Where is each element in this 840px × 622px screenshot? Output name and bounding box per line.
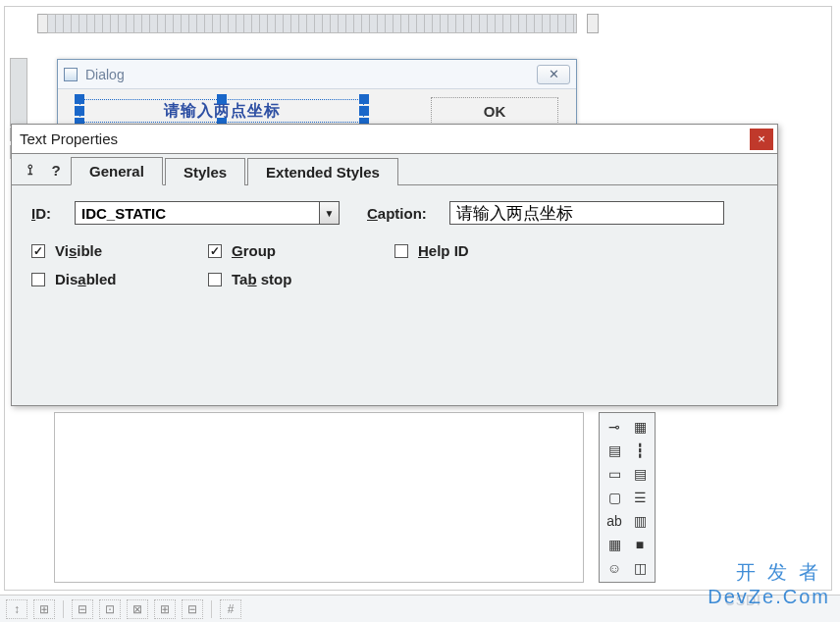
dialog-titlebar[interactable]: Dialog ✕ xyxy=(58,60,576,89)
properties-close-button[interactable]: × xyxy=(750,129,773,150)
bottom-tool-6[interactable]: ⊟ xyxy=(182,599,203,619)
bottom-toolbar: ↕⊞⊟⊡⊠⊞⊟# xyxy=(0,595,840,622)
toolbox-tool-1-0[interactable]: ▤ xyxy=(602,439,627,462)
group-checkbox-row[interactable]: Group xyxy=(208,242,394,259)
id-input[interactable] xyxy=(76,202,319,224)
selection-handle-tr[interactable] xyxy=(359,94,369,104)
toolbox-tool-1-1[interactable]: ┇ xyxy=(627,439,653,462)
tabstop-checkbox[interactable] xyxy=(208,273,222,286)
helpid-label: Help ID xyxy=(418,242,469,259)
toolbox-tool-5-1[interactable]: ■ xyxy=(627,533,653,556)
toolbox-tool-6-1[interactable]: ◫ xyxy=(627,556,653,580)
visible-checkbox-row[interactable]: Visible xyxy=(31,242,208,259)
bottom-tool-1[interactable]: ⊞ xyxy=(33,599,55,619)
disabled-checkbox[interactable] xyxy=(31,273,45,286)
toolbox-tool-4-1[interactable]: ▥ xyxy=(627,509,653,533)
editor-canvas: Dialog ✕ 请输入两点坐标 OK Text Properties × xyxy=(0,0,840,622)
toolbox-tool-5-0[interactable]: ▦ xyxy=(602,533,627,556)
toolbox-tool-2-1[interactable]: ▤ xyxy=(627,462,653,486)
toolbox-row: ▭▤ xyxy=(602,462,653,486)
ruler-horizontal[interactable] xyxy=(47,14,577,33)
properties-body: ID: ▼ Caption: Visible Group xyxy=(12,185,777,303)
properties-tabbar: ⟟ ? General Styles Extended Styles xyxy=(12,154,777,185)
disabled-label: Disabled xyxy=(55,271,117,287)
toolbox-row: ▤┇ xyxy=(602,439,653,462)
caption-input[interactable] xyxy=(449,201,724,225)
bottom-tool-5[interactable]: ⊞ xyxy=(154,599,176,619)
id-dropdown-button[interactable]: ▼ xyxy=(319,202,339,224)
control-toolbox[interactable]: ⊸▦▤┇▭▤▢☰ab▥▦■☺◫ xyxy=(599,412,656,583)
tabstop-label: Tab stop xyxy=(232,271,291,287)
checkbox-grid: Visible Group Help ID Disabled Tab stop xyxy=(31,242,758,287)
selection-handle-tl[interactable] xyxy=(75,94,84,104)
bottom-divider xyxy=(63,600,64,618)
selection-handle-l[interactable] xyxy=(75,106,84,116)
visible-label: Visible xyxy=(55,242,102,259)
ruler-vertical[interactable] xyxy=(10,58,27,127)
group-checkbox[interactable] xyxy=(208,244,222,258)
helpid-checkbox-row[interactable]: Help ID xyxy=(394,242,591,259)
work-area xyxy=(54,412,584,583)
toolbox-row: ⊸▦ xyxy=(602,415,653,439)
dialog-body[interactable]: 请输入两点坐标 OK xyxy=(58,89,576,117)
text-properties-window: Text Properties × ⟟ ? General Styles Ext… xyxy=(11,124,778,406)
dialog-title: Dialog xyxy=(85,67,537,82)
help-icon[interactable]: ? xyxy=(45,159,67,181)
group-label: Group xyxy=(232,242,276,259)
tab-styles[interactable]: Styles xyxy=(165,158,245,185)
bottom-tool-4[interactable]: ⊠ xyxy=(127,599,148,619)
static-text-control[interactable]: 请输入两点坐标 xyxy=(79,99,364,123)
id-row: ID: ▼ Caption: xyxy=(31,201,758,225)
toolbox-tool-6-0[interactable]: ☺ xyxy=(602,556,627,580)
tab-extended-styles[interactable]: Extended Styles xyxy=(247,158,398,185)
toolbox-tool-3-1[interactable]: ☰ xyxy=(627,486,653,509)
bottom-tool-3[interactable]: ⊡ xyxy=(99,599,121,619)
properties-title: Text Properties xyxy=(20,130,750,147)
visible-checkbox[interactable] xyxy=(31,244,45,258)
id-combobox[interactable]: ▼ xyxy=(75,201,340,225)
ruler-marker-right[interactable] xyxy=(587,14,599,33)
helpid-checkbox[interactable] xyxy=(394,244,408,258)
ok-button[interactable]: OK xyxy=(431,97,558,125)
dialog-close-button[interactable]: ✕ xyxy=(537,65,570,84)
toolbox-row: ▦■ xyxy=(602,533,653,556)
disabled-checkbox-row[interactable]: Disabled xyxy=(31,271,208,287)
id-label: ID: xyxy=(31,205,75,222)
pin-icon[interactable]: ⟟ xyxy=(20,159,41,181)
bottom-tool-0[interactable]: ↕ xyxy=(6,599,27,619)
toolbox-row: ab▥ xyxy=(602,509,653,533)
bottom-divider xyxy=(211,600,212,618)
bottom-tool-2[interactable]: ⊟ xyxy=(72,599,93,619)
tabstop-checkbox-row[interactable]: Tab stop xyxy=(208,271,394,287)
selection-handle-t[interactable] xyxy=(217,94,227,104)
dialog-icon xyxy=(64,68,78,81)
toolbox-tool-3-0[interactable]: ▢ xyxy=(602,486,627,509)
selection-handle-r[interactable] xyxy=(359,106,369,116)
tab-general[interactable]: General xyxy=(71,157,163,185)
toolbox-tool-4-0[interactable]: ab xyxy=(602,509,627,533)
toolbox-tool-0-0[interactable]: ⊸ xyxy=(602,415,627,439)
toolbox-row: ▢☰ xyxy=(602,486,653,509)
toolbox-tool-0-1[interactable]: ▦ xyxy=(627,415,653,439)
caption-label: Caption: xyxy=(367,205,449,222)
properties-titlebar[interactable]: Text Properties × xyxy=(12,125,777,154)
toolbox-row: ☺◫ xyxy=(602,556,653,580)
toolbox-tool-2-0[interactable]: ▭ xyxy=(602,462,627,486)
bottom-tool-7[interactable]: # xyxy=(220,599,241,619)
